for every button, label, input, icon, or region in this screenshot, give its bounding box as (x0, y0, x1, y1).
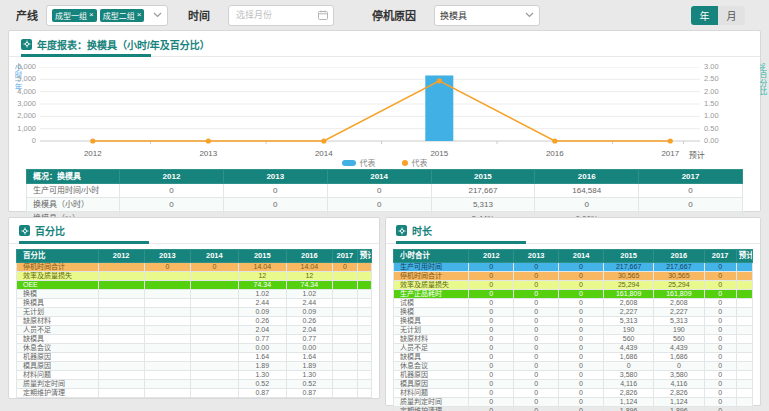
line-multiselect[interactable]: 成型一组× 成型二组× (46, 5, 168, 26)
table-cell: 14.04 (286, 263, 332, 272)
table-cell: 190 (604, 326, 654, 335)
table-cell (144, 335, 190, 344)
table-row: 缺原材料0005605600 (394, 335, 753, 344)
table-cell: 0 (704, 308, 736, 317)
column-header: 2016 (286, 250, 332, 263)
row-label: 效率及质量损失 (394, 281, 469, 290)
close-icon[interactable]: × (89, 11, 94, 19)
row-label: 停机时间合计 (17, 263, 99, 272)
calendar-icon[interactable] (318, 10, 328, 20)
table-cell: 0.00 (238, 344, 286, 353)
table-cell: 0.52 (238, 380, 286, 389)
table-cell (736, 299, 752, 308)
table-cell: 5,313 (431, 198, 535, 212)
right-axis-tick: 1.00 (704, 112, 730, 120)
legend-item-line[interactable]: 代表 (402, 157, 428, 168)
table-row: 机器原因0003,5803,5800 (394, 371, 753, 380)
table-cell: 0 (559, 317, 604, 326)
table-cell: 0 (559, 281, 604, 290)
table-cell (190, 326, 238, 335)
gear-icon (396, 225, 407, 236)
table-cell: 2,608 (604, 299, 654, 308)
table-row: 机器原因1.641.64 (17, 353, 372, 362)
table-cell: 74.34 (286, 281, 332, 290)
row-label: 质量判定时间 (17, 380, 99, 389)
table-cell: 1.30 (238, 371, 286, 380)
table-cell (332, 272, 357, 281)
table-row: 休息会议000000 (394, 362, 753, 371)
table-cell: 0 (704, 389, 736, 398)
gear-icon (19, 225, 30, 236)
table-cell (357, 389, 371, 398)
combo-chart: 小时/年 %百分比 代表 代表 01,0002,0003,0004,0005,0… (9, 57, 760, 165)
right-axis-title: %百分比 (757, 63, 768, 96)
table-cell (98, 380, 144, 389)
right-axis-tick: 0.50 (704, 125, 730, 133)
table-cell (736, 371, 752, 380)
table-cell (144, 299, 190, 308)
table-row: 换模0002,2272,2270 (394, 308, 753, 317)
year-button[interactable]: 年 (691, 6, 718, 25)
row-label: 生产可用时间/小时 (27, 184, 120, 198)
table-cell (98, 272, 144, 281)
chart-plot (40, 67, 700, 145)
row-label: 生产可用时间 (394, 263, 469, 272)
table-cell (98, 317, 144, 326)
table-row: 换模1.021.02 (17, 290, 372, 299)
table-cell (190, 317, 238, 326)
table-cell (190, 371, 238, 380)
table-cell: 0.77 (238, 335, 286, 344)
column-header: 2013 (144, 250, 190, 263)
month-picker[interactable] (228, 5, 334, 26)
table-cell: 4,439 (604, 344, 654, 353)
table-cell (357, 281, 371, 290)
table-cell (357, 353, 371, 362)
table-cell: 2,608 (654, 299, 704, 308)
table-cell: 12 (238, 272, 286, 281)
table-cell: 2,826 (604, 389, 654, 398)
table-cell: 164,584 (535, 184, 639, 198)
left-axis-tick: 0 (9, 137, 36, 145)
reason-select[interactable]: 换模具 (434, 5, 540, 26)
month-button[interactable]: 月 (718, 6, 745, 25)
x-axis-label: 2017 (661, 149, 679, 158)
table-cell (332, 335, 357, 344)
row-label: 休息会议 (17, 344, 99, 353)
table-cell: 0 (514, 380, 559, 389)
x-axis-label: 2015 (430, 149, 448, 158)
table-cell: 0 (559, 389, 604, 398)
close-icon[interactable]: × (137, 11, 142, 19)
table-row: OEE74.3474.34 (17, 281, 372, 290)
table-cell (736, 335, 752, 344)
table-cell: 0 (514, 290, 559, 299)
row-label: 机器原因 (394, 371, 469, 380)
legend-item-bar[interactable]: 代表 (342, 157, 376, 168)
table-cell: 1.89 (238, 362, 286, 371)
table-cell: 2.44 (286, 299, 332, 308)
table-cell: 1.02 (286, 290, 332, 299)
table-cell: 0 (704, 281, 736, 290)
table-cell (736, 272, 752, 281)
table-cell (736, 308, 752, 317)
table-cell: 0 (190, 263, 238, 272)
table-cell: 0 (704, 290, 736, 299)
table-cell: 2.04 (286, 326, 332, 335)
row-label: 换模具 (17, 299, 99, 308)
table-cell: 0 (514, 371, 559, 380)
table-cell (190, 290, 238, 299)
table-cell: 0.77 (286, 335, 332, 344)
month-input[interactable] (234, 9, 314, 21)
table-cell (144, 344, 190, 353)
table-cell: 0 (514, 317, 559, 326)
table-cell (332, 389, 357, 398)
duration-title: 时长 (412, 223, 432, 238)
table-cell: 0 (514, 362, 559, 371)
percent-card: 百分比 百分比201220132014201520162017预计停机时间合计0… (8, 217, 380, 399)
table-cell: 0 (514, 353, 559, 362)
column-header: 2014 (190, 250, 238, 263)
row-label: 模具原因 (17, 362, 99, 371)
table-cell: 0 (559, 263, 604, 272)
right-axis-tick: 2.00 (704, 88, 730, 96)
table-cell: 0 (327, 198, 431, 212)
table-cell (98, 344, 144, 353)
